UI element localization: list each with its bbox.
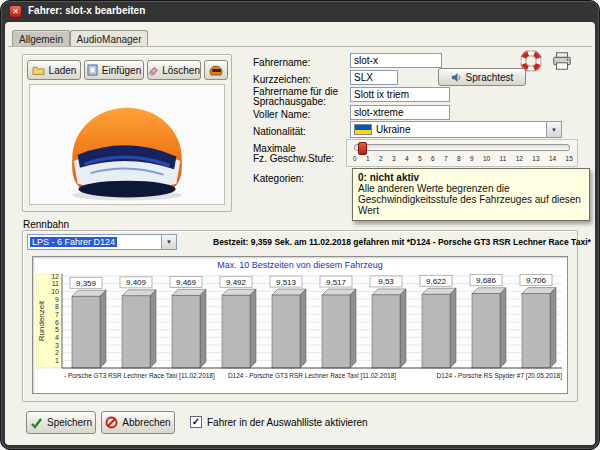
slider-tick: 9 xyxy=(470,155,474,162)
svg-text:- Porsche GT3 RSR Lechner Race: - Porsche GT3 RSR Lechner Race Taxi [11.… xyxy=(64,372,215,380)
svg-text:D124 - Porsche RS Spyder #7 [2: D124 - Porsche RS Spyder #7 [20.05.2018] xyxy=(437,372,563,380)
rennbahn-select-value: LPS - 6 Fahrer D124 xyxy=(30,237,117,247)
slider-tick: 11 xyxy=(500,155,507,162)
checkbox-check-icon: ✓ xyxy=(192,416,200,427)
abbrechen-button[interactable]: Abbrechen xyxy=(101,411,175,434)
kurzzeichen-input[interactable] xyxy=(350,70,398,85)
chart-title: Max. 10 Bestzeiten von diesem Fahrzeug xyxy=(33,260,567,270)
sprachtest-button[interactable]: Sprachtest xyxy=(438,68,526,86)
sprachausgabe-input[interactable] xyxy=(350,87,450,102)
nationalitaet-select[interactable]: Ukraine ▼ xyxy=(350,121,562,138)
window-title: Fahrer: slot-x bearbeiten xyxy=(28,5,145,16)
max-geschw-label-line2: Fz. Geschw.Stufe: xyxy=(253,153,334,164)
slider-tick: 3 xyxy=(392,155,396,162)
chevron-down-icon[interactable]: ▼ xyxy=(161,235,176,249)
svg-text:Rundenzeit: Rundenzeit xyxy=(37,300,46,341)
aktivieren-checkbox-label: Fahrer in der Auswahlliste aktivieren xyxy=(207,417,368,428)
nationalitaet-label: Nationalität: xyxy=(253,126,306,137)
slider-tick: 1 xyxy=(366,155,370,162)
slider-tick: 15 xyxy=(566,155,573,162)
slider-tick: 12 xyxy=(516,155,523,162)
svg-text:1: 1 xyxy=(55,357,59,364)
slider-track[interactable] xyxy=(354,144,570,151)
helmet-photo xyxy=(38,88,216,202)
speed-step-tooltip: 0: nicht aktiv Alle anderen Werte begren… xyxy=(352,168,590,221)
tab-audiomanager[interactable]: AudioManager xyxy=(70,30,148,47)
svg-text:7: 7 xyxy=(55,311,59,318)
rennbahn-select[interactable]: LPS - 6 Fahrer D124 ▼ xyxy=(27,234,177,250)
speaker-icon xyxy=(451,72,462,83)
svg-text:12: 12 xyxy=(51,274,59,280)
sprachausgabe-label-line2: Sprachausgabe: xyxy=(253,96,326,107)
svg-text:5: 5 xyxy=(55,326,59,333)
clipboard-paste-icon xyxy=(87,64,98,76)
speichern-button[interactable]: Speichern xyxy=(26,411,96,434)
kategorien-label: Kategorien: xyxy=(253,173,304,184)
printer-icon xyxy=(551,50,573,72)
svg-text:9,513: 9,513 xyxy=(276,278,297,287)
svg-text:2: 2 xyxy=(55,349,59,356)
svg-text:D124 - Porsche GT3 RSR Lechner: D124 - Porsche GT3 RSR Lechner Race Taxi… xyxy=(228,372,396,380)
svg-text:9,53: 9,53 xyxy=(378,277,394,286)
aktivieren-checkbox[interactable]: ✓ xyxy=(190,416,202,428)
svg-text:9,517: 9,517 xyxy=(326,278,347,287)
slider-tick: 8 xyxy=(457,155,461,162)
helmet-icon xyxy=(209,64,223,76)
driver-photo xyxy=(29,84,225,205)
svg-text:9,706: 9,706 xyxy=(526,276,547,285)
slider-tick: 4 xyxy=(405,155,409,162)
fahrername-label: Fahrername: xyxy=(253,57,310,68)
svg-text:9,359: 9,359 xyxy=(76,279,97,288)
tooltip-text: Alle anderen Werte begrenzen die Geschwi… xyxy=(358,183,581,216)
svg-text:9,409: 9,409 xyxy=(126,278,147,287)
svg-text:9,686: 9,686 xyxy=(476,276,497,285)
slider-tick: 2 xyxy=(379,155,383,162)
slider-thumb[interactable] xyxy=(358,142,367,155)
svg-text:10: 10 xyxy=(51,288,59,295)
svg-text:3: 3 xyxy=(55,342,59,349)
slider-tick: 14 xyxy=(549,155,556,162)
laden-button[interactable]: Laden xyxy=(27,60,81,80)
eraser-icon xyxy=(148,65,158,76)
tab-page-divider xyxy=(8,46,592,47)
svg-text:6: 6 xyxy=(55,319,59,326)
svg-text:9,469: 9,469 xyxy=(176,278,197,287)
bestzeiten-chart: Max. 10 Bestzeiten von diesem Fahrzeug 1… xyxy=(32,256,568,394)
svg-text:9,492: 9,492 xyxy=(226,278,247,287)
check-icon xyxy=(30,417,43,429)
fahrername-input[interactable] xyxy=(350,53,442,68)
slider-tick-labels: 0123456789101112131415 xyxy=(353,155,573,162)
print-button[interactable] xyxy=(549,48,575,74)
close-icon: ✕ xyxy=(12,7,19,16)
cancel-icon xyxy=(105,416,118,429)
svg-text:8: 8 xyxy=(55,303,59,310)
svg-text:9: 9 xyxy=(55,296,59,303)
voller-name-input[interactable] xyxy=(350,105,450,120)
chevron-down-icon[interactable]: ▼ xyxy=(546,122,561,137)
geschw-stufe-slider[interactable]: 0123456789101112131415 xyxy=(346,139,578,167)
tooltip-title: 0: nicht aktiv xyxy=(358,172,584,183)
kurzzeichen-label: Kurzzeichen: xyxy=(253,74,311,85)
close-button[interactable]: ✕ xyxy=(9,5,22,18)
loeschen-button[interactable]: Löschen xyxy=(147,60,201,80)
svg-text:4: 4 xyxy=(55,334,59,341)
bestzeiten-chart-svg: 123456789101112Rundenzeit9,3599,4099,469… xyxy=(36,274,564,386)
slider-tick: 10 xyxy=(483,155,490,162)
slider-tick: 13 xyxy=(532,155,539,162)
slider-tick: 7 xyxy=(444,155,448,162)
ukraine-flag-icon xyxy=(354,124,372,135)
voller-name-label: Voller Name: xyxy=(253,109,310,120)
slider-tick: 0 xyxy=(353,155,357,162)
nationalitaet-value: Ukraine xyxy=(376,124,410,135)
einfuegen-button[interactable]: Einfügen xyxy=(84,60,144,80)
svg-text:9,622: 9,622 xyxy=(426,277,447,286)
bestzeit-text: Bestzeit: 9,359 Sek. am 11.02.2018 gefah… xyxy=(213,237,575,247)
svg-text:11: 11 xyxy=(52,280,59,287)
driver-edit-window: ✕ Fahrer: slot-x bearbeiten Allgemein Au… xyxy=(0,0,600,450)
slider-tick: 5 xyxy=(418,155,422,162)
rennbahn-group-label: Rennbahn xyxy=(23,219,69,230)
tab-allgemein[interactable]: Allgemein xyxy=(12,30,70,47)
helmet-select-button[interactable] xyxy=(204,60,228,80)
slider-tick: 6 xyxy=(431,155,435,162)
folder-open-icon xyxy=(32,65,45,76)
